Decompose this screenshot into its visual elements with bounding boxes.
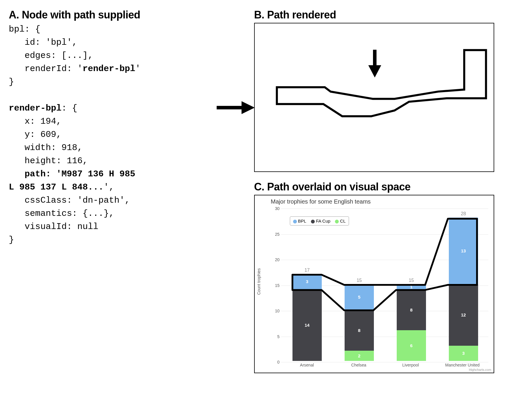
rendered-path-box	[254, 23, 494, 172]
panel-b-heading: B. Path rendered	[254, 9, 518, 21]
y-axis-label: Count trophies	[256, 268, 261, 295]
panel-c-chart: C. Path overlaid on visual space Major t…	[248, 181, 518, 373]
arrow-down-icon	[366, 50, 527, 198]
chart-container: Major trophies for some English teams Co…	[254, 195, 494, 373]
svg-marker-1	[242, 101, 255, 114]
bar-segment: 3	[292, 274, 322, 290]
x-axis: ArsenalChelseaLiverpoolManchester United	[281, 363, 488, 367]
bar-segment: 8	[397, 289, 426, 330]
bar-segment: 8	[345, 310, 374, 351]
panel-a-heading: A. Node with path supplied	[9, 9, 242, 21]
bar-segment: 13	[449, 218, 478, 284]
bar-total-label: 17	[292, 268, 322, 273]
x-tick-label: Chelsea	[333, 363, 385, 367]
code-block: bpl: { id: 'bpl', edges: [...], renderId…	[9, 23, 242, 247]
bar-segment: 3	[449, 346, 478, 361]
panel-b-render: B. Path rendered	[248, 9, 518, 172]
bar-segment: 14	[292, 289, 322, 361]
x-tick-label: Arsenal	[281, 363, 333, 367]
svg-marker-3	[368, 65, 381, 78]
plot-area: 01431728515681153121328	[281, 209, 488, 361]
panel-a-code: A. Node with path supplied bpl: { id: 'b…	[9, 9, 248, 373]
bar-segment: 5	[345, 284, 374, 310]
bar-total-label: 15	[397, 278, 426, 283]
bar-segment: 12	[449, 284, 478, 346]
x-tick-label: Manchester United	[437, 363, 488, 367]
chart-credit: Highcharts.com	[469, 368, 491, 371]
bar-total-label: 15	[345, 278, 374, 283]
bar-total-label: 28	[449, 211, 478, 216]
chart-title: Major trophies for some English teams	[271, 198, 371, 205]
x-tick-label: Liverpool	[385, 363, 437, 367]
bar-segment: 1	[397, 284, 426, 290]
bar-segment: 6	[397, 330, 426, 361]
bar-segment: 2	[345, 351, 374, 361]
